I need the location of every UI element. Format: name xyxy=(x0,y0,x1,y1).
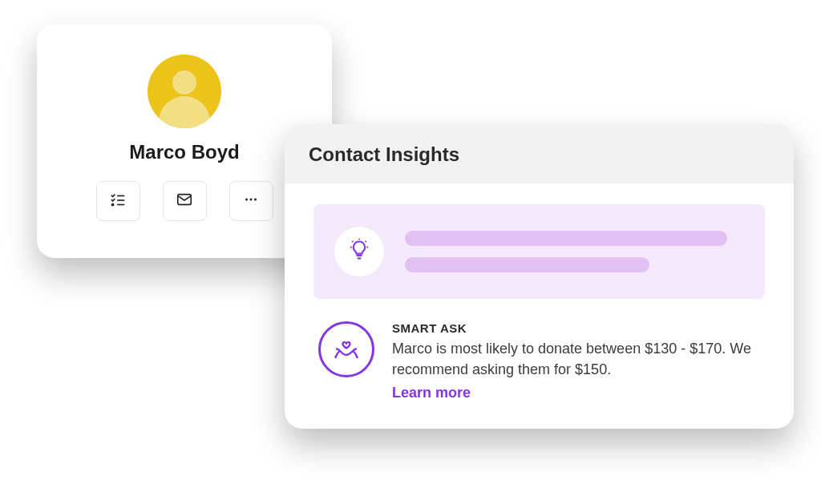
placeholder-line xyxy=(405,257,649,272)
insight-placeholder-card xyxy=(313,204,765,299)
tasks-icon xyxy=(109,191,127,212)
learn-more-link[interactable]: Learn more xyxy=(392,385,471,401)
svg-line-11 xyxy=(352,241,353,242)
profile-name: Marco Boyd xyxy=(129,141,239,163)
lightbulb-icon xyxy=(348,239,370,264)
lightbulb-icon-wrap xyxy=(334,227,384,276)
smart-ask-body: Marco is most likely to donate between $… xyxy=(392,338,760,380)
contact-insights-panel: Contact Insights xyxy=(285,124,794,429)
more-button[interactable] xyxy=(229,181,273,221)
insights-title: Contact Insights xyxy=(309,143,770,166)
tasks-button[interactable] xyxy=(96,181,140,221)
ellipsis-icon xyxy=(242,191,260,212)
svg-point-5 xyxy=(245,199,248,201)
placeholder-line xyxy=(405,231,727,246)
smart-ask-icon-wrap xyxy=(318,321,374,377)
profile-actions xyxy=(96,181,273,221)
smart-ask-label: SMART ASK xyxy=(392,321,760,335)
insights-header: Contact Insights xyxy=(285,124,794,183)
mail-icon xyxy=(176,191,193,212)
avatar xyxy=(148,54,221,128)
placeholder-lines xyxy=(405,231,744,272)
svg-point-7 xyxy=(254,199,257,201)
smart-ask-row: SMART ASK Marco is most likely to donate… xyxy=(313,321,765,401)
smart-ask-text: SMART ASK Marco is most likely to donate… xyxy=(392,321,760,401)
svg-point-2 xyxy=(111,204,113,205)
hands-heart-icon xyxy=(332,333,361,365)
svg-point-6 xyxy=(250,199,253,201)
insights-body: SMART ASK Marco is most likely to donate… xyxy=(285,183,794,429)
email-button[interactable] xyxy=(163,181,207,221)
svg-line-12 xyxy=(366,241,366,242)
